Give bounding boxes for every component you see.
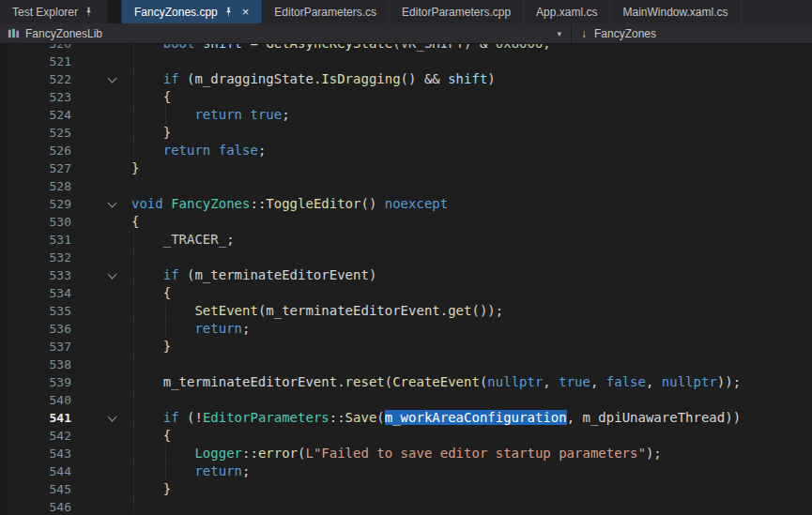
project-dropdown[interactable]: FancyZonesLib ▾ — [0, 23, 571, 43]
code-line-542[interactable]: 542 { — [0, 427, 812, 445]
code-text[interactable]: return true; — [131, 106, 812, 124]
pin-icon[interactable] — [84, 7, 94, 17]
code-text[interactable]: { — [131, 284, 812, 302]
code-text[interactable] — [131, 177, 812, 195]
line-number[interactable]: 523 — [0, 88, 79, 106]
code-line-538[interactable]: 538 — [0, 356, 812, 373]
code-text[interactable] — [131, 53, 812, 70]
code-line-544[interactable]: 544 return; — [0, 462, 812, 480]
line-number[interactable]: 522 — [0, 70, 79, 88]
code-editor[interactable]: 520 bool shift = GetAsyncKeyState(VK_SHI… — [0, 44, 812, 515]
line-number[interactable]: 544 — [0, 462, 79, 480]
tab-app-xaml-cs[interactable]: App.xaml.cs — [524, 0, 610, 23]
line-number[interactable]: 543 — [0, 445, 79, 462]
code-text[interactable]: if (!EditorParameters::Save(m_workAreaCo… — [131, 409, 812, 427]
code-text[interactable]: return false; — [131, 142, 812, 159]
code-text[interactable] — [131, 356, 812, 373]
line-number[interactable]: 529 — [0, 195, 79, 213]
line-number[interactable]: 533 — [0, 266, 79, 284]
pin-icon[interactable] — [223, 7, 234, 17]
code-line-531[interactable]: 531 _TRACER_; — [0, 231, 812, 249]
code-line-520[interactable]: 520 bool shift = GetAsyncKeyState(VK_SHI… — [0, 44, 812, 53]
line-number[interactable]: 546 — [0, 498, 79, 515]
line-number[interactable]: 532 — [0, 249, 79, 266]
fold-chevron-icon[interactable] — [107, 412, 116, 421]
line-number[interactable]: 541 — [0, 409, 79, 427]
line-number[interactable]: 538 — [0, 356, 79, 373]
line-number[interactable]: 528 — [0, 177, 79, 195]
code-text[interactable] — [131, 249, 812, 266]
code-text[interactable]: if (m_draggingState.IsDragging() && shif… — [131, 70, 812, 88]
line-number[interactable]: 521 — [0, 53, 79, 70]
code-text[interactable]: } — [131, 124, 812, 142]
code-line-532[interactable]: 532 — [0, 249, 812, 266]
code-line-540[interactable]: 540 — [0, 391, 812, 409]
code-line-529[interactable]: 529void FancyZones::ToggleEditor() noexc… — [0, 195, 812, 213]
code-text[interactable]: SetEvent(m_terminateEditorEvent.get()); — [131, 302, 812, 320]
code-line-524[interactable]: 524 return true; — [0, 106, 812, 124]
fold-chevron-icon[interactable] — [107, 269, 116, 279]
code-line-522[interactable]: 522 if (m_draggingState.IsDragging() && … — [0, 70, 812, 88]
fold-margin[interactable] — [79, 195, 131, 213]
line-number[interactable]: 536 — [0, 320, 79, 338]
code-text[interactable]: if (m_terminateEditorEvent) — [131, 266, 812, 284]
line-number[interactable]: 535 — [0, 302, 79, 320]
close-icon[interactable]: × — [242, 6, 250, 18]
code-text[interactable]: bool shift = GetAsyncKeyState(VK_SHIFT) … — [131, 44, 812, 53]
fold-chevron-icon[interactable] — [107, 198, 116, 207]
chevron-down-icon[interactable]: ▾ — [557, 29, 563, 38]
code-line-530[interactable]: 530{ — [0, 213, 812, 231]
code-line-527[interactable]: 527} — [0, 159, 812, 177]
code-line-526[interactable]: 526 return false; — [0, 142, 812, 159]
code-line-536[interactable]: 536 return; — [0, 320, 812, 338]
code-line-534[interactable]: 534 { — [0, 284, 812, 302]
code-text[interactable]: { — [131, 88, 812, 106]
code-line-545[interactable]: 545 } — [0, 480, 812, 498]
line-number[interactable]: 537 — [0, 338, 79, 356]
line-number[interactable]: 539 — [0, 373, 79, 391]
code-line-525[interactable]: 525 } — [0, 124, 812, 142]
line-number[interactable]: 542 — [0, 427, 79, 445]
code-line-539[interactable]: 539 m_terminateEditorEvent.reset(CreateE… — [0, 373, 812, 391]
line-number[interactable]: 540 — [0, 391, 79, 409]
member-dropdown[interactable]: ↓ FancyZones — [572, 23, 812, 43]
code-line-537[interactable]: 537 } — [0, 338, 812, 356]
code-line-528[interactable]: 528 — [0, 177, 812, 195]
code-line-523[interactable]: 523 { — [0, 88, 812, 106]
line-number[interactable]: 530 — [0, 213, 79, 231]
fold-margin[interactable] — [79, 266, 131, 284]
code-text[interactable]: m_terminateEditorEvent.reset(CreateEvent… — [131, 373, 812, 391]
code-line-546[interactable]: 546 — [0, 498, 812, 515]
code-line-535[interactable]: 535 SetEvent(m_terminateEditorEvent.get(… — [0, 302, 812, 320]
line-number[interactable]: 545 — [0, 480, 79, 498]
line-number[interactable]: 531 — [0, 231, 79, 249]
line-number[interactable]: 534 — [0, 284, 79, 302]
code-text[interactable]: } — [131, 338, 812, 356]
code-text[interactable]: { — [131, 427, 812, 445]
line-number[interactable]: 524 — [0, 106, 79, 124]
tab-editorparameters-cpp[interactable]: EditorParameters.cpp — [390, 0, 524, 23]
code-text[interactable]: } — [131, 480, 812, 498]
line-number[interactable]: 526 — [0, 142, 79, 159]
code-line-533[interactable]: 533 if (m_terminateEditorEvent) — [0, 266, 812, 284]
line-number[interactable]: 527 — [0, 159, 79, 177]
code-text[interactable]: Logger::error(L"Failed to save editor st… — [131, 445, 812, 462]
code-text[interactable]: _TRACER_; — [131, 231, 812, 249]
code-text[interactable] — [131, 391, 812, 409]
tab-test-explorer[interactable]: Test Explorer — [0, 0, 107, 23]
code-text[interactable]: { — [131, 213, 812, 231]
fold-margin[interactable] — [79, 409, 131, 427]
code-text[interactable]: return; — [131, 462, 812, 480]
line-number[interactable]: 520 — [0, 44, 79, 53]
line-number[interactable]: 525 — [0, 124, 79, 142]
code-line-541[interactable]: 541 if (!EditorParameters::Save(m_workAr… — [0, 409, 812, 427]
code-text[interactable]: return; — [131, 320, 812, 338]
code-text[interactable]: } — [131, 159, 812, 177]
code-line-543[interactable]: 543 Logger::error(L"Failed to save edito… — [0, 445, 812, 462]
fold-chevron-icon[interactable] — [107, 73, 116, 83]
tab-mainwindow-xaml-cs[interactable]: MainWindow.xaml.cs — [610, 0, 741, 23]
code-line-521[interactable]: 521 — [0, 53, 812, 70]
tab-editorparameters-cs[interactable]: EditorParameters.cs — [262, 0, 390, 23]
tab-fancyzones-cpp[interactable]: FancyZones.cpp × — [122, 0, 262, 23]
fold-margin[interactable] — [79, 70, 131, 88]
